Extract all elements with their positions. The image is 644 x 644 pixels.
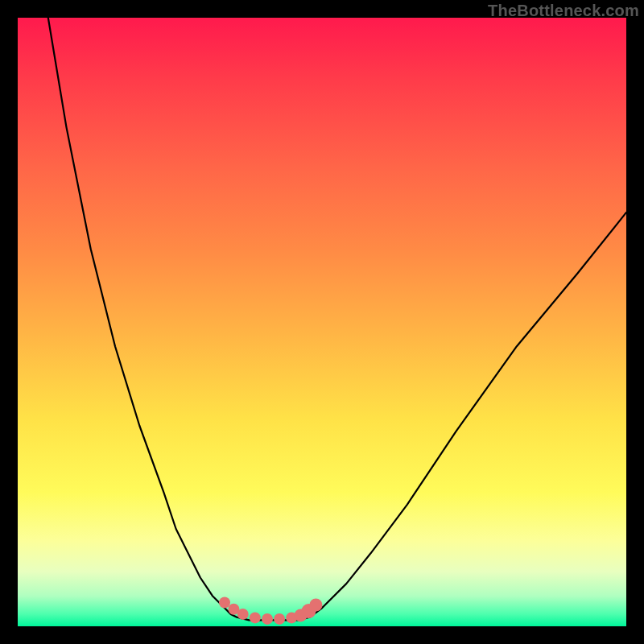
watermark-text: TheBottleneck.com [488, 2, 639, 20]
marker-dot [309, 599, 322, 612]
marker-dot [237, 609, 249, 620]
bottleneck-curve [48, 18, 626, 620]
marker-dots [219, 597, 322, 625]
curve-svg [18, 18, 626, 626]
marker-dot [219, 597, 230, 609]
marker-dot [274, 613, 285, 625]
marker-dot [250, 612, 261, 623]
marker-dot [262, 613, 273, 625]
chart-area [18, 18, 626, 626]
